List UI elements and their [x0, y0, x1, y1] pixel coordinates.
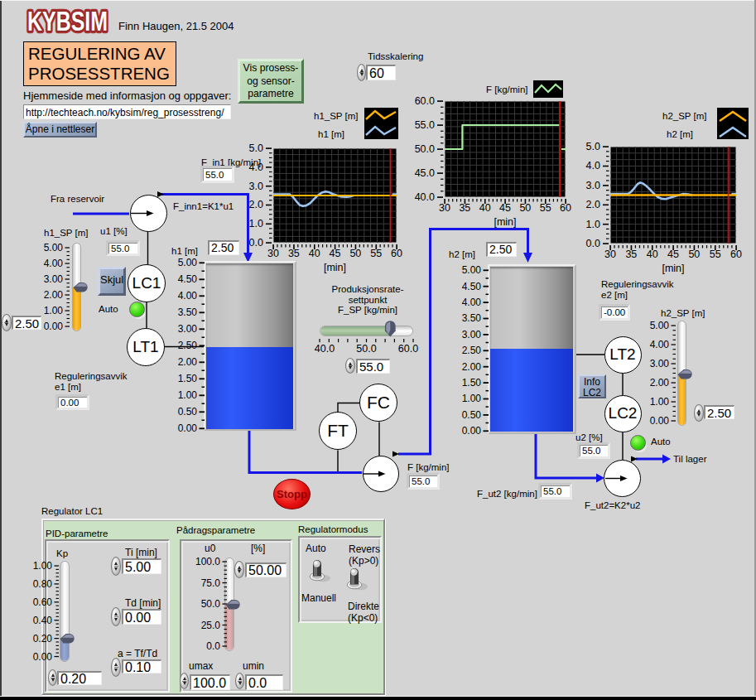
svg-text:4.00: 4.00 — [462, 297, 482, 308]
svg-text:4.50: 4.50 — [462, 281, 482, 292]
svg-text:0.00: 0.00 — [650, 415, 670, 427]
svg-text:4.00: 4.00 — [178, 290, 198, 302]
svg-text:0.60: 0.60 — [33, 596, 53, 608]
svg-text:2.50: 2.50 — [462, 345, 482, 356]
svg-text:3.00: 3.00 — [178, 323, 198, 335]
svg-text:0.20: 0.20 — [33, 633, 53, 644]
svg-text:1.00: 1.00 — [650, 396, 670, 408]
svg-text:100.0: 100.0 — [195, 556, 220, 567]
svg-text:5.00: 5.00 — [462, 264, 482, 276]
svg-text:2.00: 2.00 — [650, 377, 670, 389]
svg-text:50.0: 50.0 — [356, 343, 376, 355]
svg-text:75.0: 75.0 — [201, 577, 221, 589]
svg-text:1.00: 1.00 — [178, 389, 198, 401]
svg-text:40.0: 40.0 — [315, 343, 335, 355]
svg-text:4.00: 4.00 — [44, 258, 64, 269]
svg-text:1.00: 1.00 — [33, 560, 53, 572]
svg-text:0.80: 0.80 — [33, 578, 53, 590]
svg-text:4.00: 4.00 — [650, 339, 670, 350]
svg-text:0.00: 0.00 — [462, 425, 482, 437]
svg-text:4.50: 4.50 — [178, 273, 198, 285]
svg-text:2.00: 2.00 — [178, 356, 198, 368]
svg-text:0.00: 0.00 — [33, 651, 53, 663]
svg-text:0.00: 0.00 — [178, 422, 198, 434]
svg-text:0.50: 0.50 — [178, 406, 198, 418]
svg-text:50.0: 50.0 — [201, 598, 221, 610]
svg-text:1.00: 1.00 — [44, 305, 64, 316]
svg-text:3.00: 3.00 — [462, 329, 482, 340]
svg-text:3.50: 3.50 — [178, 307, 198, 318]
svg-text:3.00: 3.00 — [650, 358, 670, 369]
svg-text:0.40: 0.40 — [33, 615, 53, 626]
svg-text:5.00: 5.00 — [178, 257, 198, 268]
svg-text:2.00: 2.00 — [44, 289, 64, 301]
svg-text:2.00: 2.00 — [462, 361, 482, 373]
svg-text:0.00: 0.00 — [44, 321, 64, 332]
svg-text:1.50: 1.50 — [178, 373, 198, 384]
svg-text:2.50: 2.50 — [178, 340, 198, 351]
svg-text:0.50: 0.50 — [462, 409, 482, 421]
svg-text:5.00: 5.00 — [44, 242, 64, 253]
svg-text:3.50: 3.50 — [462, 312, 482, 324]
svg-text:25.0: 25.0 — [201, 620, 221, 631]
svg-text:60.0: 60.0 — [398, 343, 418, 355]
svg-text:5.00: 5.00 — [650, 320, 670, 331]
svg-text:0.0: 0.0 — [206, 640, 220, 652]
svg-text:1.00: 1.00 — [462, 393, 482, 404]
svg-text:1.50: 1.50 — [462, 377, 482, 389]
svg-text:3.00: 3.00 — [44, 273, 64, 285]
